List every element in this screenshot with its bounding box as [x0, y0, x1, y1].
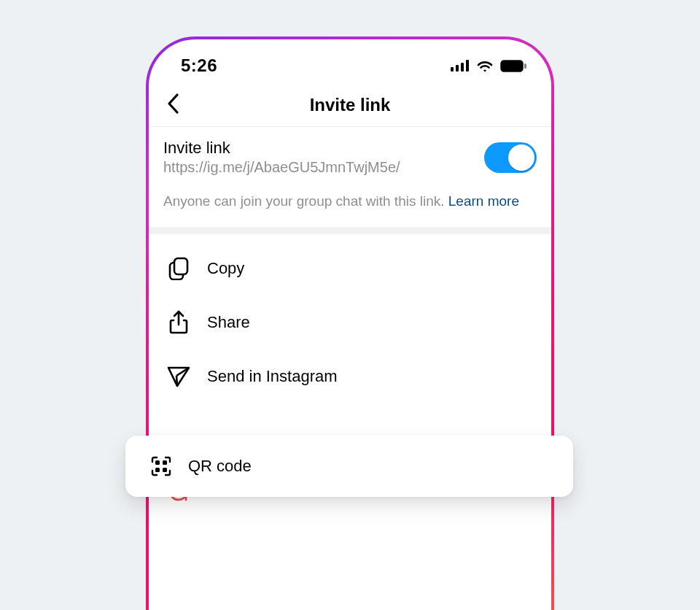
- copy-icon: [166, 256, 191, 281]
- qr-label: QR code: [188, 457, 252, 476]
- toggle-knob: [508, 144, 534, 171]
- status-time: 5:26: [181, 55, 217, 76]
- qr-icon: [149, 454, 174, 479]
- learn-more-link[interactable]: Learn more: [448, 193, 519, 209]
- invite-description-text: Anyone can join your group chat with thi…: [163, 193, 448, 209]
- svg-rect-15: [163, 468, 167, 472]
- battery-icon: [500, 60, 526, 72]
- send-icon: [166, 364, 191, 389]
- invite-link-section: Invite link https://ig.me/j/AbaeGU5JmnTw…: [149, 127, 551, 234]
- phone-frame: 5:26: [146, 36, 554, 610]
- back-icon: [166, 93, 181, 117]
- wifi-icon: [476, 59, 494, 72]
- invite-link-row: Invite link https://ig.me/j/AbaeGU5JmnTw…: [163, 139, 537, 176]
- share-row[interactable]: Share: [149, 296, 551, 350]
- status-bar: 5:26: [149, 39, 551, 83]
- status-icons: [451, 59, 526, 72]
- svg-rect-6: [524, 63, 526, 69]
- invite-link-title: Invite link: [163, 139, 472, 158]
- svg-rect-13: [163, 460, 167, 465]
- app-canvas: 5:26: [0, 0, 700, 610]
- share-icon: [166, 310, 191, 335]
- svg-line-10: [176, 376, 177, 386]
- svg-rect-5: [502, 61, 522, 70]
- send-label: Send in Instagram: [207, 367, 338, 386]
- svg-rect-3: [466, 60, 469, 72]
- invite-link-toggle[interactable]: [484, 142, 537, 173]
- invite-link-texts: Invite link https://ig.me/j/AbaeGU5JmnTw…: [163, 139, 472, 176]
- qr-code-row[interactable]: QR code: [125, 436, 573, 497]
- copy-row[interactable]: Copy: [149, 242, 551, 296]
- copy-label: Copy: [207, 259, 244, 278]
- send-row[interactable]: Send in Instagram: [149, 350, 551, 404]
- phone-screen: 5:26: [149, 39, 551, 610]
- back-button[interactable]: [159, 90, 188, 120]
- nav-header: Invite link: [149, 83, 551, 127]
- page-title: Invite link: [310, 95, 391, 115]
- share-label: Share: [207, 313, 250, 332]
- invite-link-url: https://ig.me/j/AbaeGU5JmnTwjM5e/: [163, 159, 472, 176]
- invite-link-description: Anyone can join your group chat with thi…: [163, 193, 537, 209]
- svg-rect-2: [461, 63, 464, 72]
- svg-rect-0: [451, 67, 454, 72]
- svg-rect-7: [174, 258, 187, 274]
- svg-rect-1: [456, 65, 459, 72]
- svg-rect-14: [155, 468, 160, 472]
- signal-icon: [451, 60, 470, 72]
- svg-rect-12: [155, 460, 160, 465]
